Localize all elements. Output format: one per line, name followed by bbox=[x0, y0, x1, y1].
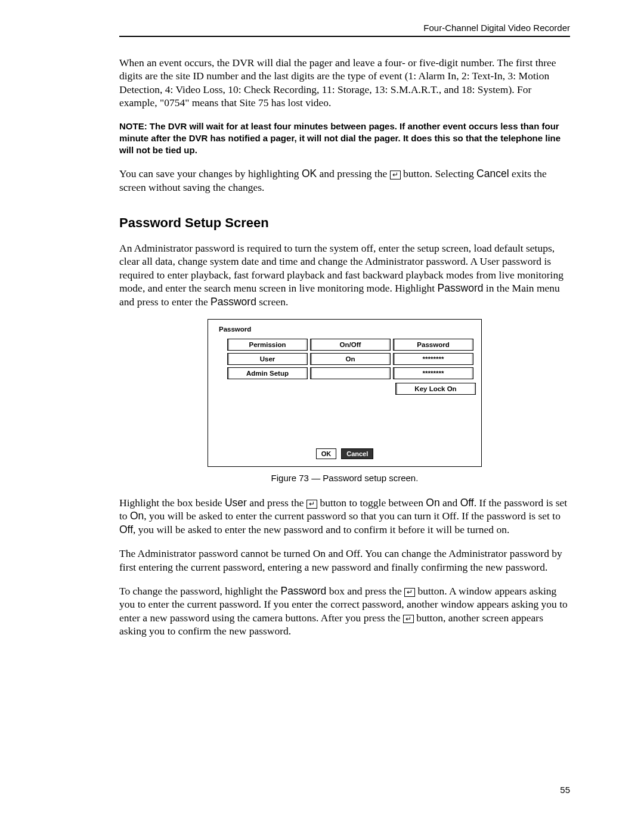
cell-admin-password[interactable]: ******** bbox=[393, 367, 473, 379]
text-fragment: button to toggle between bbox=[317, 497, 426, 509]
cell-admin-permission[interactable]: Admin Setup bbox=[227, 367, 308, 379]
figure-caption: Figure 73 — Password setup screen. bbox=[119, 473, 570, 483]
label-cancel: Cancel bbox=[476, 168, 509, 179]
label-ok: OK bbox=[302, 168, 317, 179]
cell-user-password[interactable]: ******** bbox=[393, 353, 473, 365]
ok-button[interactable]: OK bbox=[316, 448, 337, 459]
cell-user-permission[interactable]: User bbox=[227, 353, 308, 365]
text-fragment: and pressing the bbox=[317, 168, 389, 179]
note-pager-wait: NOTE: The DVR will wait for at least fou… bbox=[119, 120, 570, 157]
text-fragment: You can save your changes by highlightin… bbox=[119, 168, 302, 179]
page-number: 55 bbox=[560, 785, 570, 795]
text-fragment: Highlight the box beside bbox=[119, 497, 225, 509]
text-fragment: and press the bbox=[247, 497, 306, 509]
label-password: Password bbox=[280, 585, 326, 597]
figure-title: Password bbox=[219, 326, 470, 333]
paragraph-event-pager: When an event occurs, the DVR will dial … bbox=[119, 56, 570, 110]
enter-icon: ↵ bbox=[306, 500, 317, 509]
paragraph-user-toggle: Highlight the box beside User and press … bbox=[119, 496, 570, 536]
header-password: Password bbox=[393, 339, 473, 351]
label-password: Password bbox=[438, 282, 484, 294]
label-off: Off bbox=[119, 524, 133, 535]
label-user: User bbox=[225, 497, 247, 509]
paragraph-change-password: To change the password, highlight the Pa… bbox=[119, 584, 570, 638]
text-fragment: and bbox=[440, 497, 460, 509]
text-fragment: screen. bbox=[256, 296, 288, 308]
cell-user-onoff[interactable]: On bbox=[310, 353, 391, 365]
text-fragment: To change the password, highlight the bbox=[119, 585, 280, 597]
paragraph-save-changes: You can save your changes by highlightin… bbox=[119, 167, 570, 194]
label-on: On bbox=[426, 497, 439, 509]
cell-admin-onoff bbox=[310, 367, 391, 379]
text-fragment: , you will be asked to enter the new pas… bbox=[133, 524, 509, 535]
key-lock-button[interactable]: Key Lock On bbox=[395, 383, 476, 395]
header-onoff: On/Off bbox=[310, 339, 391, 351]
figure-password-screen: Password Permission On/Off Password User… bbox=[119, 319, 570, 467]
heading-password-setup: Password Setup Screen bbox=[119, 215, 570, 231]
password-table: Permission On/Off Password User On *****… bbox=[227, 339, 470, 379]
label-off: Off bbox=[460, 497, 474, 509]
text-fragment: box and press the bbox=[326, 585, 404, 597]
header-permission: Permission bbox=[227, 339, 308, 351]
text-fragment: button. Selecting bbox=[401, 168, 476, 179]
text-fragment: , you will be asked to enter the current… bbox=[144, 510, 561, 522]
paragraph-admin-password: An Administrator password is required to… bbox=[119, 241, 570, 308]
enter-icon: ↵ bbox=[403, 615, 414, 624]
label-password: Password bbox=[210, 296, 256, 308]
cancel-button[interactable]: Cancel bbox=[341, 448, 373, 459]
page-header: Four-Channel Digital Video Recorder bbox=[119, 23, 570, 37]
enter-icon: ↵ bbox=[390, 171, 401, 179]
paragraph-admin-change: The Administrator password cannot be tur… bbox=[119, 547, 570, 574]
enter-icon: ↵ bbox=[404, 588, 415, 597]
label-on: On bbox=[130, 510, 144, 522]
